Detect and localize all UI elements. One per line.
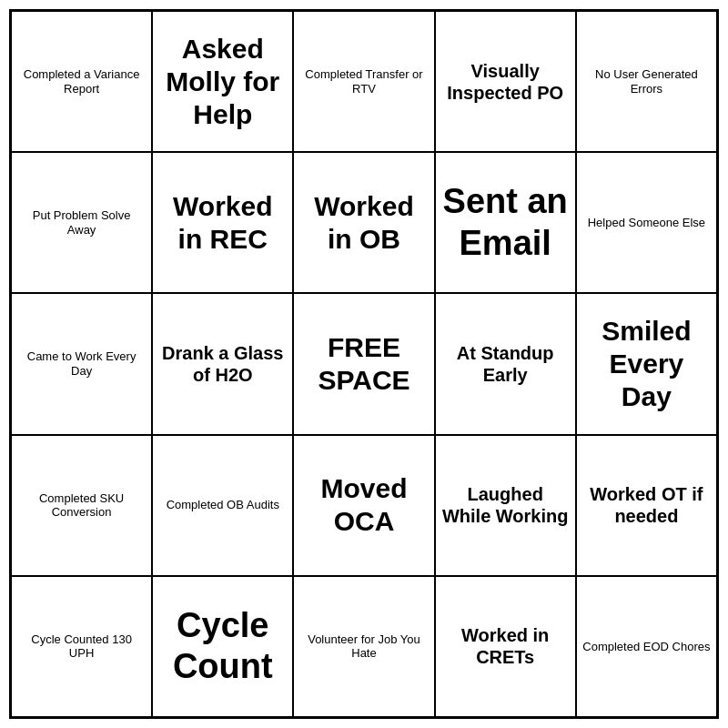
bingo-cell-text-r0c4: No User Generated Errors bbox=[582, 67, 711, 96]
bingo-cell-r1c2[interactable]: Worked in OB bbox=[293, 152, 434, 293]
bingo-cell-text-r3c4: Worked OT if needed bbox=[582, 483, 711, 527]
bingo-cell-r1c4[interactable]: Helped Someone Else bbox=[576, 152, 717, 293]
bingo-cell-r3c1[interactable]: Completed OB Audits bbox=[152, 435, 293, 576]
bingo-cell-r1c1[interactable]: Worked in REC bbox=[152, 152, 293, 293]
bingo-cell-text-r4c0: Cycle Counted 130 UPH bbox=[17, 632, 146, 661]
bingo-cell-text-r4c3: Worked in CRETs bbox=[441, 624, 570, 668]
bingo-cell-text-r2c3: At Standup Early bbox=[441, 342, 570, 386]
bingo-cell-r0c1[interactable]: Asked Molly for Help bbox=[152, 11, 293, 152]
bingo-cell-text-r4c2: Volunteer for Job You Hate bbox=[299, 632, 428, 661]
bingo-cell-r4c1[interactable]: Cycle Count bbox=[152, 576, 293, 717]
bingo-cell-text-r3c2: Moved OCA bbox=[299, 472, 428, 538]
bingo-cell-text-r0c2: Completed Transfer or RTV bbox=[299, 67, 428, 96]
bingo-cell-r4c4[interactable]: Completed EOD Chores bbox=[576, 576, 717, 717]
bingo-board: Completed a Variance ReportAsked Molly f… bbox=[9, 9, 719, 719]
bingo-cell-text-r2c0: Came to Work Every Day bbox=[17, 349, 146, 378]
bingo-cell-r1c0[interactable]: Put Problem Solve Away bbox=[11, 152, 152, 293]
bingo-cell-r2c4[interactable]: Smiled Every Day bbox=[576, 293, 717, 434]
bingo-cell-text-r1c2: Worked in OB bbox=[299, 190, 428, 256]
bingo-cell-text-r1c0: Put Problem Solve Away bbox=[17, 208, 146, 237]
bingo-cell-text-r1c3: Sent an Email bbox=[441, 181, 570, 264]
bingo-cell-r3c3[interactable]: Laughed While Working bbox=[435, 435, 576, 576]
bingo-cell-text-r3c3: Laughed While Working bbox=[441, 483, 570, 527]
bingo-cell-r3c2[interactable]: Moved OCA bbox=[293, 435, 434, 576]
bingo-cell-r4c3[interactable]: Worked in CRETs bbox=[435, 576, 576, 717]
bingo-cell-text-r4c4: Completed EOD Chores bbox=[582, 640, 710, 654]
bingo-cell-r3c4[interactable]: Worked OT if needed bbox=[576, 435, 717, 576]
bingo-cell-text-r1c1: Worked in REC bbox=[158, 190, 287, 256]
bingo-cell-r0c4[interactable]: No User Generated Errors bbox=[576, 11, 717, 152]
bingo-cell-r2c1[interactable]: Drank a Glass of H2O bbox=[152, 293, 293, 434]
bingo-cell-text-r3c0: Completed SKU Conversion bbox=[17, 491, 146, 520]
bingo-cell-text-r0c0: Completed a Variance Report bbox=[17, 67, 146, 96]
bingo-cell-text-r2c4: Smiled Every Day bbox=[582, 315, 711, 413]
bingo-cell-r4c0[interactable]: Cycle Counted 130 UPH bbox=[11, 576, 152, 717]
bingo-cell-r0c3[interactable]: Visually Inspected PO bbox=[435, 11, 576, 152]
bingo-cell-r2c2[interactable]: FREE SPACE bbox=[293, 293, 434, 434]
bingo-cell-r2c0[interactable]: Came to Work Every Day bbox=[11, 293, 152, 434]
bingo-cell-text-r4c1: Cycle Count bbox=[158, 605, 287, 688]
bingo-cell-text-r0c3: Visually Inspected PO bbox=[441, 60, 570, 104]
bingo-cell-text-r2c2: FREE SPACE bbox=[299, 331, 428, 397]
bingo-grid: Completed a Variance ReportAsked Molly f… bbox=[9, 9, 719, 719]
bingo-cell-r3c0[interactable]: Completed SKU Conversion bbox=[11, 435, 152, 576]
bingo-cell-r2c3[interactable]: At Standup Early bbox=[435, 293, 576, 434]
bingo-cell-text-r2c1: Drank a Glass of H2O bbox=[158, 342, 287, 386]
bingo-cell-text-r1c4: Helped Someone Else bbox=[588, 216, 705, 230]
bingo-cell-r0c2[interactable]: Completed Transfer or RTV bbox=[293, 11, 434, 152]
bingo-cell-r1c3[interactable]: Sent an Email bbox=[435, 152, 576, 293]
bingo-cell-text-r0c1: Asked Molly for Help bbox=[158, 33, 287, 131]
bingo-cell-r0c0[interactable]: Completed a Variance Report bbox=[11, 11, 152, 152]
bingo-cell-text-r3c1: Completed OB Audits bbox=[167, 498, 279, 512]
bingo-cell-r4c2[interactable]: Volunteer for Job You Hate bbox=[293, 576, 434, 717]
